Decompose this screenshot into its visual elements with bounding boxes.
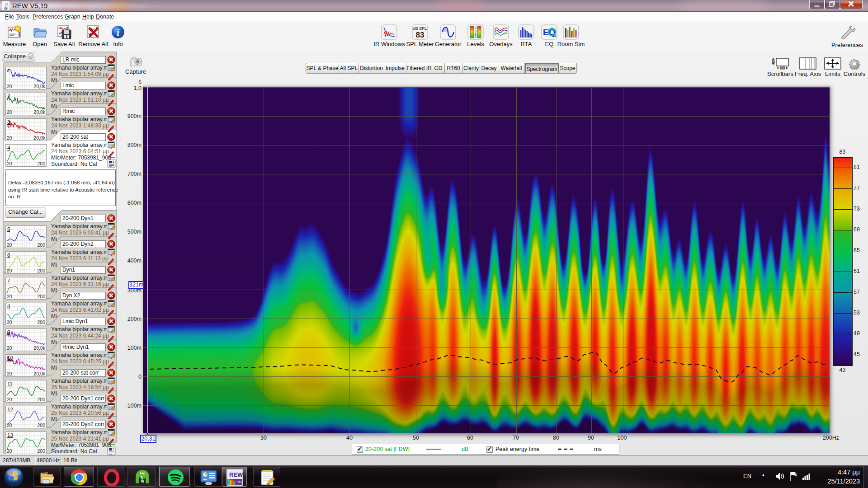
svg-text:He: He [140,471,145,475]
svg-text:Vi: Vi [141,479,144,483]
svg-text:V5.1: V5.1 [237,480,242,483]
svg-text:i: i [117,27,120,38]
svg-text:Su: Su [140,475,145,479]
svg-text:83: 83 [416,31,425,39]
svg-text:0: 0 [475,26,476,29]
svg-text:9: 9 [475,35,476,38]
svg-text:dB SPL: dB SPL [413,26,427,31]
svg-text:REW: REW [229,471,243,478]
